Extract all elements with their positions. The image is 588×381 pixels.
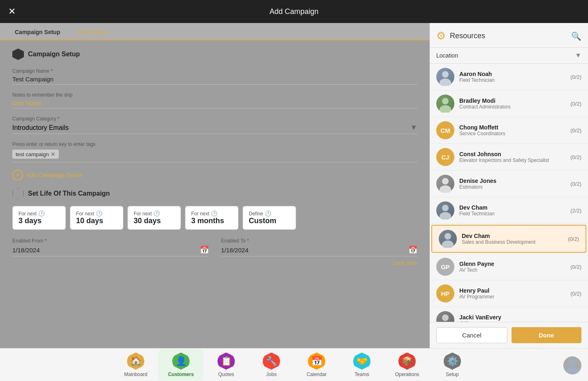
nav-item-jobs[interactable]: 🔧 Jobs	[249, 349, 294, 381]
user-avatar[interactable]	[563, 356, 581, 374]
nav-label-jobs: Jobs	[266, 372, 276, 377]
life-title: Set Life Of This Campaign	[28, 190, 110, 197]
avatar-henry: HP	[436, 284, 454, 302]
tags-container[interactable]: test campaign ✕	[12, 150, 417, 162]
section-header: Campaign Setup	[12, 48, 417, 60]
nav-item-calendar[interactable]: 📅 Calendar	[294, 349, 339, 381]
enabled-from-value: 1/18/2024	[12, 247, 197, 254]
close-button[interactable]: ✕	[8, 6, 16, 17]
add-campaign-owner-button[interactable]: + Add Campaign Owner	[12, 170, 417, 180]
nav-label-mainboard: Mainboard	[124, 372, 148, 377]
date-row: Enabled From * 1/18/2024 📅 Enabled To * …	[12, 238, 417, 256]
svg-point-8	[444, 233, 451, 240]
quotes-icon: 📋	[218, 353, 235, 370]
life-header: Set Life Of This Campaign	[12, 188, 417, 199]
resource-count-glenn: (0/2)	[570, 264, 581, 270]
resource-item-jacki[interactable]: Jacki VanEvery (0/2)	[430, 307, 588, 322]
campaign-panel: Campaign Setup Send Setup Campaign Setup…	[0, 23, 430, 348]
resource-name-denise: Denise Jones	[459, 178, 567, 184]
resource-role-henry: AV Programmer	[459, 294, 567, 300]
nav-item-customers[interactable]: 👤 Customers	[158, 349, 204, 381]
svg-point-3	[440, 105, 451, 113]
category-value: Introductory Emails	[12, 124, 69, 132]
resource-info-bradley: Bradley Modi Contract Administrators	[459, 97, 567, 110]
resource-count-dev2: (0/2)	[568, 236, 579, 242]
avatar-aaron	[436, 68, 454, 86]
resource-item-dev2[interactable]: Dev Cham Sales and Business Development …	[431, 225, 586, 253]
campaign-name-label: Campaign Name *	[12, 68, 417, 74]
campaign-name-value[interactable]: Test Campaign	[12, 76, 417, 85]
cancel-button[interactable]: Cancel	[436, 327, 507, 343]
resource-count-chong: (0/2)	[570, 127, 581, 134]
section-title: Campaign Setup	[28, 51, 80, 58]
done-button[interactable]: Done	[512, 327, 582, 343]
nav-label-quotes: Quotes	[218, 372, 234, 377]
resource-info-henry: Henry Paul AV Programmer	[459, 287, 567, 300]
resource-item-const[interactable]: CJ Const Johnson Elevator Inspectors and…	[430, 144, 588, 171]
clock-icon-2: 🕐	[96, 210, 102, 217]
nav-item-teams[interactable]: 🤝 Teams	[339, 349, 384, 381]
resource-item-aaron[interactable]: Aaron Noah Field Technician (0/2)	[430, 64, 588, 90]
resource-name-dev2: Dev Cham	[462, 233, 565, 239]
category-select[interactable]: Introductory Emails ▼	[12, 123, 417, 134]
resource-role-glenn: AV Tech	[459, 267, 567, 273]
nav-label-calendar: Calendar	[307, 372, 327, 377]
nav-item-quotes[interactable]: 📋 Quotes	[204, 349, 249, 381]
life-btn-custom[interactable]: Define 🕐 Custom	[243, 206, 296, 230]
enabled-to-value: 1/18/2024	[221, 247, 405, 254]
jobs-icon: 🔧	[263, 353, 280, 370]
resource-item-chong[interactable]: CM Chong Moffett Service Coordinators (0…	[430, 117, 588, 144]
resource-role-const: Elevator Inspectors and Safety Specialis…	[459, 157, 567, 163]
life-btn-10days[interactable]: For next 🕐 10 days	[70, 206, 123, 230]
resource-count-bradley: (0/2)	[570, 101, 581, 107]
tab-campaign-setup[interactable]: Campaign Setup	[7, 23, 68, 39]
nav-item-setup[interactable]: ⚙️ Setup	[430, 349, 475, 381]
resource-info-aaron: Aaron Noah Field Technician	[459, 71, 567, 83]
svg-point-5	[440, 185, 451, 193]
avatar-denise	[436, 175, 454, 193]
location-row[interactable]: Location ▼	[430, 48, 588, 64]
life-btn-3months[interactable]: For next 🕐 3 months	[185, 206, 238, 230]
svg-point-4	[442, 178, 449, 185]
resource-item-bradley[interactable]: Bradley Modi Contract Administrators (0/…	[430, 90, 588, 117]
life-btn-3days[interactable]: For next 🕐 3 days	[12, 206, 66, 230]
avatar-jacki	[436, 311, 454, 322]
category-group: Campaign Category * Introductory Emails …	[12, 116, 417, 134]
nav-item-mainboard[interactable]: 🏠 Mainboard	[113, 349, 158, 381]
resource-role-aaron: Field Technician	[459, 77, 567, 83]
resources-header: ⚙ Resources 🔍	[430, 23, 588, 48]
clear-date-button[interactable]: Clear date	[12, 260, 417, 266]
dialog-title: Add Campaign	[269, 7, 318, 16]
nav-label-customers: Customers	[168, 372, 194, 377]
search-icon[interactable]: 🔍	[571, 31, 581, 41]
dialog-header: ✕ Add Campaign	[0, 0, 588, 23]
tab-send-setup[interactable]: Send Setup	[68, 23, 115, 39]
resources-footer: Cancel Done	[430, 322, 588, 348]
resource-info-const: Const Johnson Elevator Inspectors and Sa…	[459, 151, 567, 163]
enabled-to-input[interactable]: 1/18/2024 📅	[221, 245, 418, 256]
resource-info-dev2: Dev Cham Sales and Business Development	[462, 233, 565, 245]
enabled-from-input[interactable]: 1/18/2024 📅	[12, 245, 209, 256]
resource-item-denise[interactable]: Denise Jones Estimators (0/2)	[430, 171, 588, 197]
tag-remove-icon[interactable]: ✕	[51, 151, 56, 157]
resource-role-denise: Estimators	[459, 184, 567, 190]
notes-value[interactable]: Drip Notes	[12, 99, 417, 109]
resource-item-glenn[interactable]: GP Glenn Payne AV Tech (0/2)	[430, 254, 588, 280]
resource-role-dev1: Field Technician	[459, 211, 567, 217]
nav-item-operations[interactable]: 📦 Operations	[384, 349, 430, 381]
section-icon	[12, 48, 24, 60]
svg-point-7	[440, 212, 451, 219]
form-content: Campaign Setup Campaign Name * Test Camp…	[0, 40, 430, 274]
resources-panel: ⚙ Resources 🔍 Location ▼ Aaron Noah Fiel…	[430, 23, 588, 348]
resource-name-glenn: Glenn Payne	[459, 261, 567, 267]
mainboard-icon: 🏠	[127, 353, 144, 370]
enabled-from-label: Enabled From *	[12, 238, 209, 244]
life-btn-30days[interactable]: For next 🕐 30 days	[127, 206, 181, 230]
enabled-to-label: Enabled To *	[221, 238, 418, 244]
tags-group: Press enter or return key to enter tags …	[12, 141, 417, 162]
dropdown-arrow-icon: ▼	[410, 123, 417, 132]
svg-point-13	[566, 367, 579, 374]
resource-item-henry[interactable]: HP Henry Paul AV Programmer (0/2)	[430, 280, 588, 307]
clock-icon: 🕐	[38, 210, 45, 217]
resource-item-dev1[interactable]: Dev Cham Field Technician (2/2)	[430, 197, 588, 224]
